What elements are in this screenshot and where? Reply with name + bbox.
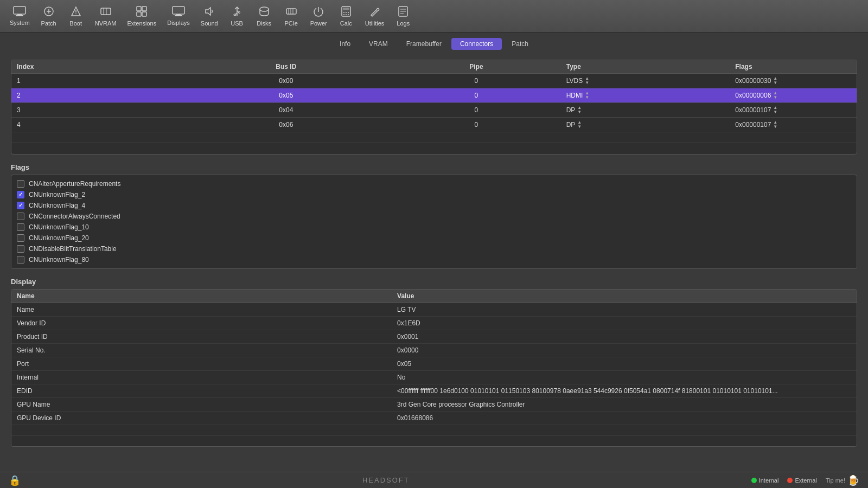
cell-busid: 0x00 [181, 74, 392, 88]
svg-rect-16 [173, 7, 184, 14]
connectors-table: Index Bus ID Pipe Type Flags 10x000LVDS▲… [11, 60, 857, 154]
cell-pipe: 0 [392, 74, 561, 88]
svg-rect-13 [142, 7, 146, 11]
flag-checkbox[interactable] [17, 180, 24, 188]
toolbar-label-patch: Patch [41, 20, 56, 27]
tip-label: Tip me! [826, 477, 845, 484]
flag-label: CNDisableBlitTranslationTable [29, 245, 117, 253]
type-stepper[interactable]: ▲▼ [585, 76, 589, 85]
display-label: Display [11, 278, 857, 286]
display-row: Product ID0x0001 [11, 330, 857, 343]
svg-rect-26 [286, 9, 296, 14]
display-row: GPU Name3rd Gen Core processor Graphics … [11, 397, 857, 411]
cell-index: 4 [11, 118, 181, 132]
tab-info[interactable]: Info [331, 38, 359, 50]
toolbar-item-disks[interactable]: Disks [251, 3, 278, 29]
toolbar-label-nvram: NVRAM [95, 20, 117, 27]
toolbar-item-pcie[interactable]: PCIe [278, 3, 305, 29]
toolbar-item-usb[interactable]: USB [224, 3, 251, 29]
toolbar-label-power: Power [310, 20, 327, 27]
display-cell-name: Port [11, 357, 392, 370]
tab-framebuffer[interactable]: Framebuffer [398, 38, 450, 50]
toolbar-item-calc[interactable]: Calc [333, 3, 360, 29]
table-row[interactable]: 30x040DP▲▼0x00000107▲▼ [11, 103, 857, 118]
svg-marker-19 [206, 8, 210, 15]
flag-label: CNUnknownFlag_4 [29, 202, 85, 209]
flag-checkbox[interactable] [17, 234, 24, 242]
table-row[interactable]: 20x050HDMI▲▼0x00000006▲▼ [11, 88, 857, 103]
flag-checkbox[interactable] [17, 223, 24, 231]
system-icon [13, 6, 26, 18]
svg-rect-17 [176, 14, 181, 15]
type-stepper[interactable]: ▲▼ [585, 91, 589, 100]
nvram-icon [100, 5, 112, 19]
display-table-box: Name Value NameLG TVVendor ID0x1E6DProdu… [11, 289, 857, 447]
tab-vram[interactable]: VRAM [360, 38, 397, 50]
cell-busid: 0x05 [181, 88, 392, 103]
svg-rect-1 [17, 14, 22, 15]
cell-pipe: 0 [392, 103, 561, 118]
table-row[interactable]: 40x060DP▲▼0x00000107▲▼ [11, 118, 857, 132]
boot-icon [70, 5, 82, 19]
flag-checkbox[interactable] [17, 191, 24, 198]
cell-type: DP▲▼ [561, 103, 730, 118]
toolbar-item-boot[interactable]: Boot [62, 3, 90, 29]
type-stepper[interactable]: ▲▼ [577, 106, 582, 114]
display-row: InternalNo [11, 370, 857, 384]
toolbar-item-logs[interactable]: Logs [390, 3, 417, 29]
tab-patch[interactable]: Patch [503, 38, 537, 50]
cell-flags: 0x00000107▲▼ [730, 103, 857, 118]
svg-point-36 [343, 14, 344, 15]
display-cell-value: 0x01668086 [392, 411, 857, 425]
extensions-icon [136, 5, 148, 19]
display-cell-name: Internal [11, 370, 392, 384]
display-cell-value: 0x05 [392, 357, 857, 370]
svg-point-33 [343, 12, 344, 13]
flag-row: CNDisableBlitTranslationTable [17, 243, 851, 254]
table-row[interactable]: 10x000LVDS▲▼0x00000030▲▼ [11, 74, 857, 88]
external-dot [787, 478, 793, 483]
flag-label: CNUnknownFlag_2 [29, 191, 85, 198]
connectors-table-box: Index Bus ID Pipe Type Flags 10x000LVDS▲… [11, 60, 857, 155]
internal-label: Internal [759, 477, 779, 484]
tab-bar: Info VRAM Framebuffer Connectors Patch [0, 33, 868, 54]
toolbar-item-utilities[interactable]: Utilities [360, 3, 390, 29]
toolbar-item-power[interactable]: Power [305, 3, 333, 29]
type-stepper[interactable]: ▲▼ [577, 120, 582, 129]
brand-label: HEADSOFT [21, 476, 751, 484]
usb-icon [231, 5, 243, 19]
flag-checkbox[interactable] [17, 245, 24, 253]
tab-connectors[interactable]: Connectors [451, 38, 502, 50]
flags-stepper[interactable]: ▲▼ [773, 91, 777, 100]
toolbar-item-displays[interactable]: Displays [162, 4, 195, 28]
beer-icon[interactable]: 🍺 [847, 474, 859, 486]
display-cell-name: EDID [11, 384, 392, 397]
flag-checkbox[interactable] [17, 202, 24, 209]
toolbar-item-patch[interactable]: Patch [35, 3, 62, 29]
patch-icon [43, 5, 55, 19]
toolbar-item-system[interactable]: System [4, 4, 35, 28]
flag-checkbox[interactable] [17, 256, 24, 264]
display-cell-name: GPU Device ID [11, 411, 392, 425]
toolbar-item-extensions[interactable]: Extensions [122, 3, 162, 29]
toolbar-label-logs: Logs [397, 20, 410, 27]
toolbar-item-sound[interactable]: Sound [195, 3, 224, 29]
svg-rect-18 [175, 15, 182, 16]
toolbar-item-nvram[interactable]: NVRAM [90, 3, 122, 29]
flags-stepper[interactable]: ▲▼ [773, 76, 777, 85]
svg-point-8 [75, 14, 76, 15]
svg-rect-15 [142, 12, 146, 16]
toolbar-label-usb: USB [231, 20, 243, 27]
flags-stepper[interactable]: ▲▼ [773, 120, 777, 129]
cell-pipe: 0 [392, 118, 561, 132]
display-cell-value: 0x0000 [392, 343, 857, 357]
flag-checkbox[interactable] [17, 213, 24, 220]
toolbar-label-displays: Displays [167, 20, 190, 26]
flags-box: CNAlterAppertureRequirementsCNUnknownFla… [11, 175, 857, 269]
display-cell-value: No [392, 370, 857, 384]
flags-stepper[interactable]: ▲▼ [773, 106, 777, 114]
flag-row: CNUnknownFlag_2 [17, 189, 851, 200]
display-cell-name: Serial No. [11, 343, 392, 357]
flag-label: CNUnknownFlag_10 [29, 223, 89, 231]
display-row: Serial No.0x0000 [11, 343, 857, 357]
